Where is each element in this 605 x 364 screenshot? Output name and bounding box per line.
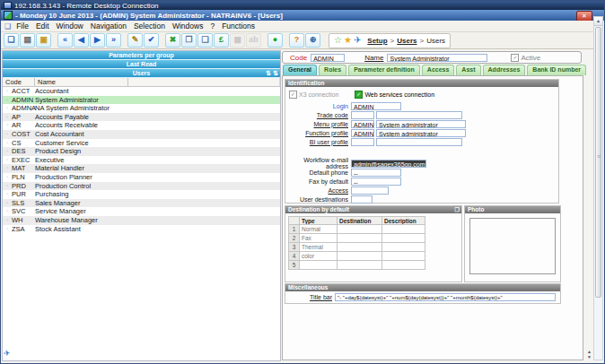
- tab-addresses[interactable]: Addresses: [483, 65, 526, 75]
- dest-type-cell[interactable]: color: [300, 252, 338, 261]
- print-icon[interactable]: ▤: [20, 33, 35, 48]
- destination-row-2[interactable]: 2Fax: [288, 234, 425, 243]
- dest-description-cell[interactable]: [382, 225, 425, 234]
- validate-icon[interactable]: ✔: [144, 33, 159, 48]
- field-function-profile-0[interactable]: ADMIN: [351, 129, 374, 137]
- checkbox-web-services-connection[interactable]: ✓: [355, 91, 363, 99]
- menu-item-functions[interactable]: Functions: [218, 22, 259, 30]
- tab-access[interactable]: Access: [422, 65, 455, 75]
- list-item-cs[interactable]: ◦CSCustomer Service: [3, 139, 280, 148]
- list-item-pln[interactable]: ◦PLNProduction Planner: [3, 173, 280, 182]
- menu-item-windows[interactable]: Windows: [169, 22, 206, 30]
- next-record-icon[interactable]: ▶: [90, 33, 105, 48]
- dest-type-cell[interactable]: [300, 261, 338, 270]
- column-header-code[interactable]: Code: [3, 78, 35, 86]
- tab-general[interactable]: General: [283, 65, 317, 75]
- section-bar-parameters-per-group[interactable]: Parameters per group: [3, 51, 280, 60]
- dest-type-cell[interactable]: Thermal: [300, 243, 338, 252]
- menu-item-navigation[interactable]: Navigation: [87, 22, 130, 30]
- list-item-wh[interactable]: ◦WHWarehouse Manager: [3, 216, 280, 225]
- last-record-icon[interactable]: »: [106, 33, 121, 48]
- list-item-zsa[interactable]: ◦ZSAStock Assistant: [3, 225, 280, 234]
- web-icon[interactable]: ⊕: [305, 33, 320, 48]
- field-trade-code-0[interactable]: [351, 111, 374, 119]
- list-item-acct[interactable]: ◦ACCTAccountant: [3, 87, 280, 96]
- label-bi-user-profile[interactable]: BI user profile: [285, 139, 351, 145]
- section-bar-users[interactable]: Users ⇅ ⇅: [3, 69, 280, 78]
- scrollbar-thumb[interactable]: [595, 27, 601, 298]
- destination-row-4[interactable]: 4color: [288, 252, 425, 261]
- menu-item-item[interactable]: ?: [206, 22, 218, 30]
- field-bi-user-profile-0[interactable]: [351, 138, 374, 146]
- help-icon[interactable]: ?: [289, 33, 304, 48]
- dest-description-cell[interactable]: [382, 234, 425, 243]
- list-item-exec[interactable]: ◦EXECExecutive: [3, 156, 280, 165]
- list-item-sls[interactable]: ◦SLSSales Manager: [3, 199, 280, 208]
- section-bar-last-read[interactable]: Last Read: [3, 60, 280, 69]
- delete-icon[interactable]: ✖: [165, 33, 180, 48]
- destination-row-3[interactable]: 3Thermal: [288, 243, 425, 252]
- list-item-svc[interactable]: ◦SVCService Manager: [3, 207, 280, 216]
- detach-grid-icon[interactable]: ❐: [455, 206, 460, 213]
- label-menu-profile[interactable]: Menu profile: [285, 121, 351, 127]
- name-field[interactable]: System Administrator: [387, 54, 487, 62]
- corner-scroll-arrows[interactable]: ▲ ▼: [587, 349, 592, 360]
- tab-bank-id-number[interactable]: Bank ID number: [527, 65, 586, 75]
- menu-item-edit[interactable]: Edit: [32, 22, 53, 30]
- tab-asst[interactable]: Asst: [456, 65, 480, 75]
- dest-destination-cell[interactable]: [338, 234, 382, 243]
- list-item-pur[interactable]: ◦PURPurchasing: [3, 190, 280, 199]
- paste-icon[interactable]: ❑: [197, 33, 213, 48]
- star-filled-icon[interactable]: ★: [344, 34, 352, 47]
- menu-item-selection[interactable]: Selection: [130, 22, 169, 30]
- breadcrumb-users-1[interactable]: Users: [397, 37, 416, 45]
- sort-ascending-icon[interactable]: ⇅: [266, 69, 271, 77]
- tab-roles[interactable]: Roles: [319, 65, 346, 75]
- dest-description-cell[interactable]: [382, 252, 425, 261]
- code-field[interactable]: ADMIN: [311, 54, 345, 62]
- field-user-destinations-0[interactable]: [351, 195, 373, 204]
- breadcrumb-setup-0[interactable]: Setup: [367, 37, 387, 45]
- save-icon[interactable]: ▣: [36, 33, 51, 48]
- field-default-phone-0[interactable]: --: [351, 169, 401, 177]
- field-menu-profile-0[interactable]: ADMIN: [351, 120, 374, 128]
- dest-type-cell[interactable]: Normal: [300, 225, 338, 234]
- field-function-profile-1[interactable]: System administrator: [376, 129, 466, 137]
- field-access-0[interactable]: [351, 186, 389, 195]
- star-outline-icon[interactable]: ☆: [334, 34, 342, 47]
- field-menu-profile-1[interactable]: System administrator: [376, 120, 466, 128]
- title-bar-field[interactable]: "- "+day$(datesyst)+" "+num$(day(datesys…: [335, 293, 556, 301]
- title-bar-label[interactable]: Title bar: [285, 294, 335, 300]
- app-titlebar[interactable]: - Monday 10 June 2013 - (ADMIN) System A…: [1, 10, 604, 21]
- field-fax-by-default-0[interactable]: --: [351, 178, 401, 186]
- list-item-ap[interactable]: ◦APAccounts Payable: [3, 113, 280, 122]
- dest-destination-cell[interactable]: [338, 243, 382, 252]
- label-access[interactable]: Access: [285, 187, 351, 194]
- destination-row-1[interactable]: 1Normal: [288, 225, 425, 234]
- photo-frame[interactable]: [469, 218, 556, 274]
- dest-destination-cell[interactable]: [338, 252, 382, 261]
- column-header-name[interactable]: Name: [35, 78, 128, 86]
- copy-icon[interactable]: ❐: [181, 33, 197, 48]
- dest-type-cell[interactable]: Fax: [300, 234, 338, 243]
- scroll-down-icon[interactable]: ▼: [587, 354, 592, 360]
- field-trade-code-1[interactable]: [376, 111, 462, 119]
- list-item-mat[interactable]: ◦MATMaterial Handler: [3, 164, 280, 173]
- new-record-icon[interactable]: ❏: [4, 33, 19, 48]
- refresh-icon[interactable]: ●: [267, 33, 283, 48]
- field-login-0[interactable]: ADMIN: [351, 102, 401, 110]
- navigate-icon[interactable]: ✈: [354, 34, 361, 47]
- menu-item-file[interactable]: File: [13, 22, 32, 30]
- currency-icon[interactable]: £: [214, 33, 229, 48]
- destination-row-5[interactable]: 5: [288, 261, 425, 270]
- list-item-des[interactable]: ◦DESProduct Design: [3, 147, 280, 156]
- dest-description-cell[interactable]: [382, 261, 425, 270]
- list-item-prd[interactable]: ◦PRDProduction Control: [3, 182, 280, 191]
- sort-descending-icon[interactable]: ⇅: [273, 69, 278, 77]
- scrollbar-top-button[interactable]: ▴: [594, 17, 602, 26]
- dest-destination-cell[interactable]: [338, 225, 382, 234]
- list-item-cost[interactable]: ◦COSTCost Accountant: [3, 130, 280, 139]
- list-item-admin[interactable]: ◦ADMINSystem Administrator: [3, 96, 280, 105]
- first-record-icon[interactable]: «: [57, 33, 73, 48]
- dest-description-cell[interactable]: [382, 243, 425, 252]
